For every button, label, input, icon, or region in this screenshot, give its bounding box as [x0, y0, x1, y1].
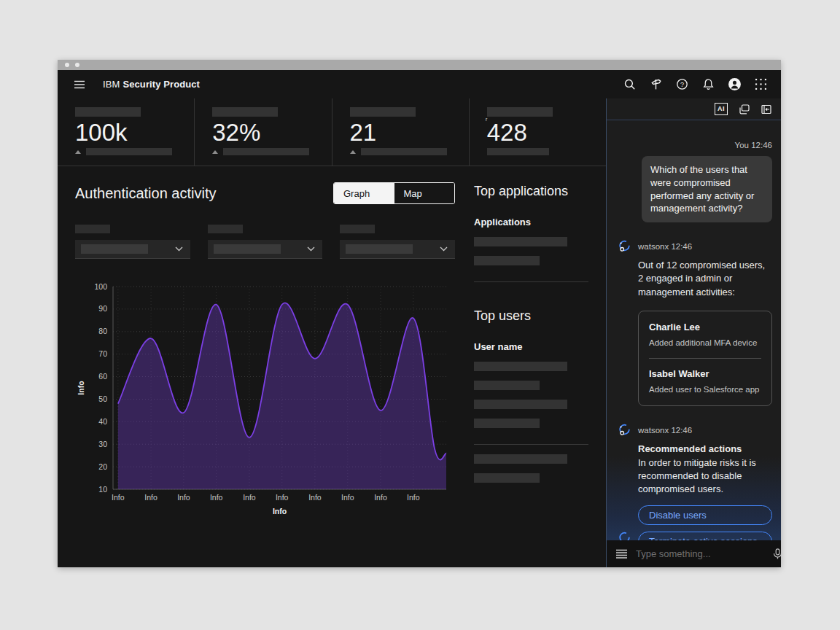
kpi-superscript: r: [486, 117, 488, 123]
filter-dropdown-2[interactable]: [208, 240, 323, 259]
svg-text:Info: Info: [177, 493, 190, 502]
kpi-value: r428: [487, 120, 527, 146]
help-icon[interactable]: ?: [669, 73, 695, 96]
trend-up-caret-icon: [212, 150, 218, 154]
filter-1: [75, 225, 190, 259]
svg-text:100: 100: [94, 282, 107, 291]
dashboard-content: 100k 32% 21 r428: [58, 98, 606, 567]
chat-message-list[interactable]: You 12:46 Which of the users that were c…: [607, 120, 781, 540]
kpi-label-skeleton: [487, 107, 553, 117]
filter-label-skeleton: [75, 225, 110, 233]
applications-column-header: Applications: [474, 217, 588, 228]
window-dot-2[interactable]: [75, 63, 79, 67]
svg-text:60: 60: [98, 372, 107, 381]
chevron-down-icon: [307, 246, 315, 252]
dropdown-value-skeleton: [214, 244, 281, 254]
bot-message-text: In order to mitigate risks it is recomme…: [638, 456, 772, 497]
watsonx-avatar-partial-icon: [618, 532, 631, 540]
collapse-panel-icon[interactable]: [761, 104, 771, 114]
hamburger-menu-icon[interactable]: [66, 73, 93, 96]
app-header: IBMSecurity Product ?: [58, 70, 781, 98]
kpi-row: 100k 32% 21 r428: [58, 98, 606, 166]
kpi-trend-skeleton: [361, 148, 447, 155]
user-message-bubble: Which of the users that were compromised…: [642, 156, 772, 222]
user-activity-detail: Added user to Salesforce app: [649, 384, 761, 395]
kpi-card-1: 100k: [58, 98, 194, 166]
dashboard-body: Authentication activity Graph Map: [58, 166, 606, 567]
app-root: IBMSecurity Product ?: [58, 70, 781, 567]
authentication-activity-section: Authentication activity Graph Map: [75, 182, 455, 567]
section-divider: [474, 281, 588, 282]
svg-text:90: 90: [98, 304, 107, 313]
ai-tag[interactable]: AI: [715, 103, 728, 115]
svg-text:50: 50: [98, 394, 107, 403]
user-name: Isabel Walker: [649, 368, 761, 381]
svg-text:Info: Info: [276, 493, 289, 502]
window-dot-1[interactable]: [65, 63, 69, 67]
application-row-skeleton: [474, 256, 540, 265]
kpi-value: 100k: [75, 120, 128, 146]
user-row-skeleton: [474, 400, 567, 409]
kpi-trend-skeleton: [487, 148, 549, 155]
kpi-card-3: 21: [332, 98, 469, 166]
dropdown-value-skeleton: [346, 244, 413, 254]
section-divider: [474, 444, 588, 445]
dropdown-value-skeleton: [81, 244, 148, 254]
user-row-skeleton: [474, 362, 567, 371]
svg-text:70: 70: [98, 349, 107, 358]
user-name: Charlie Lee: [649, 321, 761, 334]
user-row-skeleton: [474, 454, 567, 464]
card-divider: [649, 358, 761, 359]
top-applications-section: Top applications Applications: [474, 184, 588, 282]
bot-message-text: Out of 12 compromised users, 2 engaged i…: [638, 259, 772, 299]
microphone-icon[interactable]: [773, 548, 781, 559]
filter-label-skeleton: [208, 225, 243, 233]
svg-text:Info: Info: [112, 493, 125, 502]
kpi-value: 32%: [212, 120, 260, 146]
filter-label-skeleton: [340, 225, 375, 233]
main-layout: 100k 32% 21 r428: [58, 98, 781, 567]
svg-text:?: ?: [680, 81, 683, 88]
signpost-icon[interactable]: [642, 73, 669, 96]
terminate-sessions-button[interactable]: Terminate active sessions: [638, 532, 772, 540]
bot-message: watsonx 12:46 Out of 12 compromised user…: [618, 240, 772, 406]
user-row-skeleton: [474, 473, 540, 483]
filter-dropdown-3[interactable]: [340, 240, 455, 259]
brand-prefix: IBM: [103, 79, 120, 90]
kpi-card-4: r428: [469, 98, 606, 166]
notifications-bell-icon[interactable]: [695, 73, 721, 96]
svg-text:Info: Info: [77, 381, 85, 394]
svg-text:Info: Info: [308, 493, 322, 502]
kpi-label-skeleton: [212, 107, 278, 117]
disable-users-button[interactable]: Disable users: [638, 505, 772, 525]
chat-text-input[interactable]: [636, 548, 764, 559]
toggle-map[interactable]: Map: [394, 183, 455, 203]
svg-text:10: 10: [98, 485, 107, 494]
user-name-column-header: User name: [474, 341, 588, 352]
svg-text:Info: Info: [144, 493, 158, 502]
user-avatar-icon[interactable]: [721, 73, 747, 96]
popout-icon[interactable]: [739, 104, 750, 114]
graph-map-toggle: Graph Map: [333, 182, 455, 204]
svg-text:40: 40: [98, 417, 107, 426]
prompt-menu-icon[interactable]: [616, 549, 627, 559]
app-switcher-icon[interactable]: [747, 73, 774, 96]
kpi-trend-skeleton: [86, 148, 172, 155]
svg-text:Info: Info: [374, 493, 387, 502]
top-users-title: Top users: [474, 308, 588, 324]
browser-window: IBMSecurity Product ?: [58, 60, 781, 567]
toggle-graph[interactable]: Graph: [334, 183, 394, 203]
kpi-label-skeleton: [75, 107, 141, 117]
svg-text:Info: Info: [407, 493, 420, 502]
kpi-trend-skeleton: [223, 148, 309, 155]
svg-text:20: 20: [98, 462, 107, 471]
search-icon[interactable]: [616, 73, 642, 96]
watsonx-avatar-icon: [618, 424, 631, 436]
kpi-card-2: 32%: [194, 98, 331, 166]
bot-message: watsonx 12:46 Recommended actions In ord…: [618, 424, 772, 540]
top-applications-title: Top applications: [474, 184, 588, 199]
section-title: Authentication activity: [75, 185, 216, 202]
filter-dropdown-1[interactable]: [75, 240, 190, 259]
filter-3: [340, 225, 455, 259]
user-activity-detail: Added additional MFA device: [649, 337, 761, 349]
